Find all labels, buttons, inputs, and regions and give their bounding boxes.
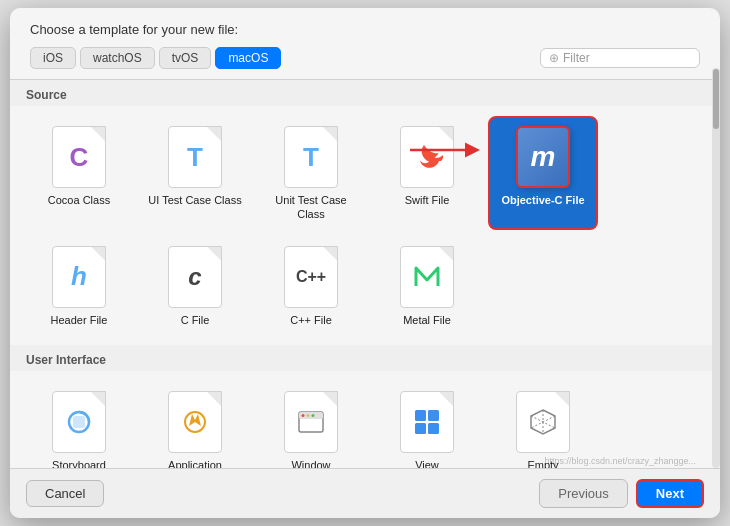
svg-point-5	[302, 414, 305, 417]
dialog-title: Choose a template for your new file:	[30, 22, 700, 37]
swift-file-label: Swift File	[405, 193, 450, 207]
item-c-file[interactable]: c C File	[140, 236, 250, 335]
tab-tvos[interactable]: tvOS	[159, 47, 212, 69]
svg-rect-10	[415, 423, 426, 434]
application-icon	[168, 391, 222, 453]
svg-rect-9	[428, 410, 439, 421]
scrollbar-thumb[interactable]	[713, 69, 719, 129]
item-header-file[interactable]: h Header File	[24, 236, 134, 335]
item-metal-file[interactable]: Metal File	[372, 236, 482, 335]
source-grid: C Cocoa Class T UI Test Case Class T Uni…	[20, 106, 710, 345]
previous-button[interactable]: Previous	[539, 479, 628, 508]
header-file-icon: h	[52, 246, 106, 308]
cocoa-class-icon: C	[52, 126, 106, 188]
tab-watchos[interactable]: watchOS	[80, 47, 155, 69]
item-storyboard[interactable]: Storyboard	[24, 381, 134, 468]
filter-placeholder: Filter	[563, 51, 590, 65]
unit-test-label: Unit Test Case Class	[262, 193, 360, 222]
item-application[interactable]: Application	[140, 381, 250, 468]
storyboard-graphic	[63, 406, 95, 438]
svg-point-6	[307, 414, 310, 417]
cocoa-class-label: Cocoa Class	[48, 193, 110, 207]
metal-icon	[412, 262, 442, 292]
header-file-label: Header File	[51, 313, 108, 327]
item-ui-test-case[interactable]: T UI Test Case Class	[140, 116, 250, 230]
dialog-footer: Cancel Previous Next	[10, 468, 720, 518]
unit-test-icon: T	[284, 126, 338, 188]
item-unit-test-case[interactable]: T Unit Test Case Class	[256, 116, 366, 230]
empty-graphic	[527, 406, 559, 438]
swift-icon	[411, 141, 443, 173]
application-graphic	[179, 406, 211, 438]
metal-file-label: Metal File	[403, 313, 451, 327]
view-label: View	[415, 458, 439, 468]
view-icon	[400, 391, 454, 453]
ui-test-icon: T	[168, 126, 222, 188]
item-cocoa-class[interactable]: C Cocoa Class	[24, 116, 134, 230]
svg-rect-1	[73, 416, 85, 428]
svg-rect-8	[415, 410, 426, 421]
storyboard-label: Storyboard	[52, 458, 106, 468]
metal-file-icon	[400, 246, 454, 308]
tab-bar: iOS watchOS tvOS macOS	[30, 47, 281, 69]
item-view[interactable]: View	[372, 381, 482, 468]
tab-macos[interactable]: macOS	[215, 47, 281, 69]
section-user-interface: User Interface	[10, 345, 720, 371]
storyboard-icon	[52, 391, 106, 453]
cpp-file-icon: C++	[284, 246, 338, 308]
tab-row: iOS watchOS tvOS macOS ⊕ Filter	[30, 47, 700, 69]
tab-ios[interactable]: iOS	[30, 47, 76, 69]
item-window[interactable]: Window	[256, 381, 366, 468]
svg-point-7	[312, 414, 315, 417]
item-swift-file[interactable]: Swift File	[372, 116, 482, 230]
cpp-file-label: C++ File	[290, 313, 332, 327]
c-file-label: C File	[181, 313, 210, 327]
window-label: Window	[291, 458, 330, 468]
cancel-button[interactable]: Cancel	[26, 480, 104, 507]
content-area: Source C Cocoa Class T UI Test Case Clas…	[10, 80, 720, 468]
application-label: Application	[168, 458, 222, 468]
view-graphic	[411, 406, 443, 438]
objc-file-label: Objective-C File	[501, 193, 584, 207]
item-objc-file[interactable]: m Objective-C File	[488, 116, 598, 230]
empty-icon	[516, 391, 570, 453]
c-file-icon: c	[168, 246, 222, 308]
section-source: Source	[10, 80, 720, 106]
nav-buttons: Previous Next	[539, 479, 704, 508]
next-button[interactable]: Next	[636, 479, 704, 508]
filter-icon: ⊕	[549, 51, 559, 65]
window-graphic	[295, 406, 327, 438]
item-cpp-file[interactable]: C++ C++ File	[256, 236, 366, 335]
objc-file-icon: m	[516, 126, 570, 188]
dialog-header: Choose a template for your new file: iOS…	[10, 8, 720, 80]
ui-test-label: UI Test Case Class	[148, 193, 241, 207]
scrollbar-track[interactable]	[712, 68, 720, 468]
watermark: https://blog.csdn.net/crazy_zhangge...	[540, 454, 700, 468]
svg-rect-11	[428, 423, 439, 434]
template-dialog: Choose a template for your new file: iOS…	[10, 8, 720, 518]
filter-box[interactable]: ⊕ Filter	[540, 48, 700, 68]
swift-file-icon	[400, 126, 454, 188]
window-icon	[284, 391, 338, 453]
